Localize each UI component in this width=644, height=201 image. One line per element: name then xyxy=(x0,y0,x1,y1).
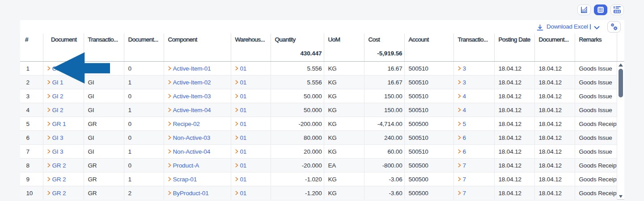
cell-link-component[interactable]: Active-Item-02 xyxy=(173,79,211,86)
cell-posting_date: 18.04.12 xyxy=(495,89,535,103)
cell-link-warehouse[interactable]: 01 xyxy=(240,65,247,72)
cell-link-warehouse[interactable]: 01 xyxy=(240,79,247,86)
nav-chevron-icon xyxy=(168,191,171,195)
cell-link-trans_seq[interactable]: 6 xyxy=(463,148,466,155)
cell-link-trans_seq[interactable]: 3 xyxy=(463,65,466,72)
cell-account: 500500 xyxy=(405,172,454,186)
cell-link-document[interactable]: GI 2 xyxy=(52,93,64,100)
cell-document: GI 2 xyxy=(43,103,84,117)
cell-link-component[interactable]: Scrap-01 xyxy=(173,176,197,183)
column-header-component[interactable]: Component xyxy=(164,34,231,61)
chevron-down-icon[interactable] xyxy=(594,26,600,29)
column-header-account[interactable]: Account xyxy=(405,34,454,61)
cell-link-component[interactable]: Active-Item-04 xyxy=(173,107,211,113)
cell-link-trans_seq[interactable]: 7 xyxy=(463,176,466,183)
cell-trans_seq: 4 xyxy=(454,103,495,117)
cell-link-trans_seq[interactable]: 4 xyxy=(463,93,466,100)
nav-chevron-icon xyxy=(47,149,51,154)
cell-link-trans_seq[interactable]: 6 xyxy=(463,134,466,141)
cell-link-document[interactable]: GR 2 xyxy=(52,162,66,169)
cell-link-trans_seq[interactable]: 3 xyxy=(463,79,466,86)
cell-component: Active-Item-02 xyxy=(164,75,231,89)
cell-doc_date: 18.04.12 xyxy=(535,62,575,75)
table-row-3[interactable]: 3GI 2GI0Active-Item-030150.000KG150.0050… xyxy=(20,89,617,103)
cell-doc_item: 1 xyxy=(124,172,164,186)
cell-component: Non-Active-03 xyxy=(164,131,231,144)
cell-doc_item: 0 xyxy=(124,62,164,75)
nav-chevron-icon xyxy=(458,191,461,195)
cell-account: 500510 xyxy=(405,89,454,103)
cell-link-trans_seq[interactable]: 4 xyxy=(463,107,466,113)
table-row-10[interactable]: 10GR 2GR2ByProduct-0101-1.200KG-3.605005… xyxy=(20,186,617,200)
cell-link-component[interactable]: Product-A xyxy=(173,162,199,169)
table-row-8[interactable]: 8GR 2GR0Product-A01-20.000EA-800.0050050… xyxy=(20,159,617,172)
column-header-doc_item[interactable]: Document... xyxy=(124,34,164,61)
column-header-cost[interactable]: Cost-5,919.56 xyxy=(364,34,405,61)
download-excel-button[interactable]: Download Excel xyxy=(547,20,588,34)
nav-chevron-icon xyxy=(458,135,461,140)
cell-link-warehouse[interactable]: 01 xyxy=(240,190,247,197)
nav-chevron-icon xyxy=(47,108,51,112)
cell-link-trans_seq[interactable]: 7 xyxy=(463,162,466,169)
column-header-remarks[interactable]: Remarks xyxy=(575,34,617,61)
cell-link-component[interactable]: ByProduct-01 xyxy=(173,190,209,197)
cell-link-component[interactable]: Active-Item-01 xyxy=(173,65,211,72)
column-header-uom[interactable]: UoM xyxy=(324,34,364,61)
scrollbar-up-arrow[interactable] xyxy=(619,63,623,67)
cell-link-warehouse[interactable]: 01 xyxy=(240,121,247,127)
cell-posting_date: 18.04.12 xyxy=(495,103,535,117)
cell-link-component[interactable]: Recipe-02 xyxy=(173,121,200,127)
column-total xyxy=(20,46,43,61)
column-header-trans_seq[interactable]: Transactio... xyxy=(454,34,495,61)
cell-link-warehouse[interactable]: 01 xyxy=(240,93,247,100)
cell-link-trans_seq[interactable]: 5 xyxy=(463,121,466,127)
cell-document: GR 2 xyxy=(43,172,84,186)
table-row-6[interactable]: 6GI 3GI0Non-Active-030180.000KG240.00500… xyxy=(20,131,617,145)
scrollbar-thumb[interactable] xyxy=(619,69,623,97)
table-row-7[interactable]: 7GI 3GI1Non-Active-040120.000KG60.005005… xyxy=(20,145,617,159)
settings-button[interactable] xyxy=(607,21,621,33)
column-header-quantity[interactable]: Quantity430.447 xyxy=(271,34,324,61)
cell-trans_seq: 7 xyxy=(454,186,495,200)
table-row-4[interactable]: 4GI 2GI1Active-Item-040150.000KG150.0050… xyxy=(20,103,617,117)
cell-link-component[interactable]: Non-Active-04 xyxy=(173,148,211,155)
chart-view-button[interactable] xyxy=(577,4,591,15)
cell-link-trans_seq[interactable]: 7 xyxy=(463,190,466,197)
column-label: Transactio... xyxy=(84,34,124,46)
column-total xyxy=(231,46,271,61)
cell-remarks: Goods Issue xyxy=(575,131,617,144)
cell-link-component[interactable]: Active-Item-03 xyxy=(173,93,211,100)
nav-chevron-icon xyxy=(168,149,171,154)
cell-link-document[interactable]: GR 1 xyxy=(52,121,66,127)
cell-link-document[interactable]: GR 2 xyxy=(52,190,66,197)
cell-uom: KG xyxy=(324,145,364,158)
scrollbar-down-arrow[interactable] xyxy=(619,195,623,198)
chart-table-view-button[interactable] xyxy=(610,4,624,15)
cell-link-document[interactable]: GI 2 xyxy=(52,107,64,113)
column-header-doc_date[interactable]: Document... xyxy=(535,34,575,61)
cell-cost: 240.00 xyxy=(364,131,405,144)
cell-quantity: -20.000 xyxy=(271,159,324,172)
cell-posting_date: 18.04.12 xyxy=(495,145,535,158)
cell-link-document[interactable]: GI 3 xyxy=(52,134,64,141)
cell-link-component[interactable]: Non-Active-03 xyxy=(173,134,211,141)
table-row-9[interactable]: 9GR 2GR1Scrap-0101-1.020KG-3.06500500718… xyxy=(20,172,617,186)
cell-link-warehouse[interactable]: 01 xyxy=(240,148,247,155)
cell-link-document[interactable]: GI 3 xyxy=(52,148,64,155)
table-view-button[interactable] xyxy=(594,4,607,15)
cell-link-warehouse[interactable]: 01 xyxy=(240,107,247,113)
cell-uom: KG xyxy=(324,186,364,200)
table-row-5[interactable]: 5GR 1GR0Recipe-0201-200.000KG-4,714.0050… xyxy=(20,117,617,131)
cell-link-warehouse[interactable]: 01 xyxy=(240,176,247,183)
cell-link-document[interactable]: GR 2 xyxy=(52,176,66,183)
cell-trans_seq: 3 xyxy=(454,62,495,75)
cell-link-warehouse[interactable]: 01 xyxy=(240,162,247,169)
column-header-posting_date[interactable]: Posting Date xyxy=(495,34,535,61)
cell-posting_date: 18.04.12 xyxy=(495,117,535,130)
cell-doc_date: 18.04.12 xyxy=(535,159,575,172)
cell-link-warehouse[interactable]: 01 xyxy=(240,134,247,141)
column-header-num[interactable]: # xyxy=(20,34,43,61)
nav-chevron-icon xyxy=(235,177,238,181)
column-header-warehouse[interactable]: Warehous... xyxy=(231,34,271,61)
cell-trans_seq: 5 xyxy=(454,117,495,130)
